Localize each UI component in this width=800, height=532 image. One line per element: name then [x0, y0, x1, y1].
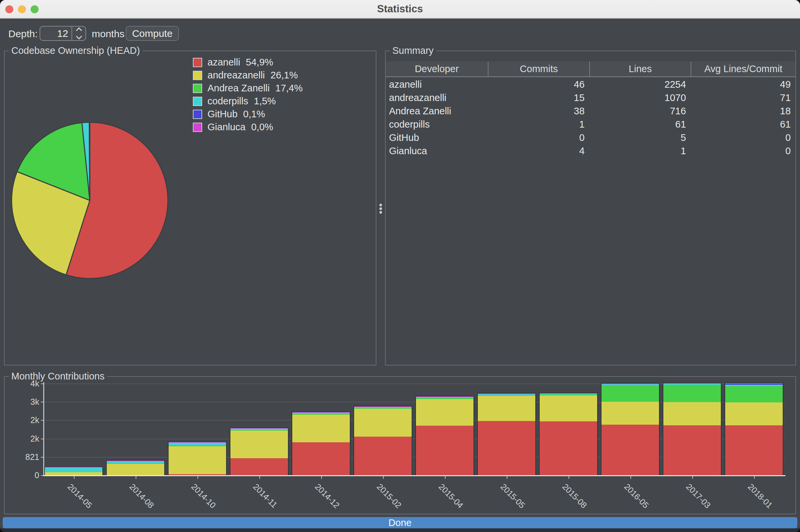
ownership-panel: Codebase Ownership (HEAD) azanelli54,9%a…: [4, 51, 376, 365]
legend-percent: 1,5%: [254, 96, 276, 107]
table-cell: GitHub: [386, 131, 488, 144]
bar-2014-05: [44, 466, 103, 475]
x-axis-tick: [136, 476, 136, 479]
bar-segment-andreazanelli: [292, 415, 350, 442]
legend-label: Gianluca: [207, 121, 245, 133]
x-axis-label: 2016-05: [622, 482, 650, 510]
legend-label: azanelli: [207, 57, 240, 68]
bar-segment-coderpills: [169, 443, 226, 445]
legend-label: Andrea Zanelli: [207, 83, 269, 94]
x-axis-label: 2014-11: [251, 482, 279, 510]
table-row[interactable]: coderpills16161: [386, 118, 795, 131]
depth-stepper[interactable]: [72, 26, 86, 40]
bar-segment-andreazanelli: [663, 402, 721, 425]
legend-percent: 54,9%: [246, 57, 273, 68]
depth-label: Depth:: [8, 28, 38, 40]
bar-2014-11: [230, 427, 289, 475]
x-axis-tick: [692, 476, 693, 479]
minimize-button[interactable]: [18, 5, 26, 13]
table-header-cell[interactable]: Lines: [589, 61, 691, 76]
titlebar: Statistics: [0, 0, 800, 19]
screen: Statistics Depth: 12 months Compute Code…: [0, 0, 800, 532]
ownership-legend: azanelli54,9%andreazanelli26,1%Andrea Za…: [193, 56, 302, 134]
x-axis-tick: [259, 476, 260, 479]
splitter-dot: [379, 211, 382, 214]
x-axis-tick: [445, 476, 446, 479]
legend-item: Andrea Zanelli17,4%: [193, 82, 302, 95]
legend-swatch: [193, 84, 202, 93]
bar-segment-andreazanelli: [107, 464, 164, 475]
legend-label: andreazanelli: [207, 70, 265, 81]
table-cell: 38: [488, 104, 589, 118]
table-row[interactable]: Gianluca410: [386, 144, 795, 157]
done-button[interactable]: Done: [3, 517, 797, 528]
table-cell: Gianluca: [386, 144, 488, 157]
table-cell: 0: [691, 131, 795, 144]
y-axis-label: 0: [9, 471, 39, 480]
legend-percent: 26,1%: [271, 70, 298, 81]
bar-segment-azanelli: [354, 437, 412, 475]
table-cell: 61: [589, 118, 691, 131]
bar-2014-08: [106, 460, 165, 475]
bar-segment-andreazanelli: [169, 446, 226, 474]
x-axis-label: 2014-08: [127, 482, 155, 510]
bar-2015-08: [539, 393, 598, 475]
splitter-dot: [379, 207, 382, 210]
table-header-cell[interactable]: Commits: [488, 61, 589, 76]
table-row[interactable]: andreazanelli15107071: [386, 91, 795, 104]
table-row[interactable]: GitHub050: [386, 131, 795, 144]
bar-segment-azanelli: [416, 426, 473, 475]
stepper-up-icon[interactable]: [76, 27, 82, 33]
bar-2015-05: [477, 393, 536, 475]
x-axis-line: [43, 475, 785, 476]
legend-item: andreazanelli26,1%: [193, 69, 302, 82]
splitter-handle[interactable]: [378, 202, 384, 216]
table-cell: 49: [691, 78, 795, 91]
table-header-cell[interactable]: Developer: [386, 61, 488, 76]
table-row[interactable]: Andrea Zanelli3871618: [386, 104, 795, 118]
table-header-row: DeveloperCommitsLinesAvg Lines/Commit: [386, 61, 795, 77]
table-cell: 46: [488, 78, 589, 91]
legend-item: GitHub0,1%: [193, 108, 302, 121]
bar-2016-05: [601, 383, 660, 475]
window-title: Statistics: [0, 0, 800, 18]
table-cell: 716: [589, 104, 691, 118]
x-axis-label: 2014-12: [313, 482, 341, 510]
y-axis-label: 2k: [9, 415, 39, 425]
x-axis-label: 2014-10: [189, 482, 218, 510]
bar-segment-andreazanelli: [45, 472, 103, 475]
table-cell: 2254: [589, 78, 691, 91]
bar-segment-azanelli: [230, 458, 288, 475]
bar-segment-andrea-zanelli: [663, 385, 721, 402]
x-axis-label: 2015-04: [436, 482, 465, 510]
depth-spinbox[interactable]: 12: [40, 26, 86, 41]
table-row[interactable]: azanelli46225449: [386, 78, 795, 91]
legend-percent: 0,1%: [243, 109, 265, 120]
stepper-down-icon[interactable]: [76, 33, 82, 39]
table-cell: 4: [488, 144, 589, 157]
x-axis-tick: [198, 476, 198, 479]
table-cell: coderpills: [386, 118, 488, 131]
legend-swatch: [193, 97, 202, 106]
bar-segment-azanelli: [478, 421, 535, 475]
bar-segment-andreazanelli: [478, 396, 535, 421]
bar-segment-azanelli: [663, 425, 721, 475]
summary-panel: Summary DeveloperCommitsLinesAvg Lines/C…: [385, 51, 796, 365]
x-axis-label: 2015-02: [375, 482, 403, 510]
close-button[interactable]: [5, 5, 13, 13]
y-axis-label: 3k: [9, 397, 39, 407]
depth-input[interactable]: 12: [40, 26, 72, 40]
table-cell: 1: [488, 118, 589, 131]
table-cell: 61: [691, 118, 795, 131]
x-axis-label: 2015-08: [560, 482, 589, 510]
pie-slice: [90, 122, 90, 201]
compute-button[interactable]: Compute: [126, 26, 179, 41]
legend-label: GitHub: [207, 109, 237, 120]
monthly-panel: Monthly Contributions 08212k2k3k4k2014-0…: [4, 376, 796, 514]
months-label: months: [92, 28, 124, 40]
y-axis-label: 821: [9, 452, 39, 462]
table-header-cell[interactable]: Avg Lines/Commit: [691, 61, 795, 76]
table-cell: 15: [488, 91, 589, 104]
zoom-button[interactable]: [31, 5, 39, 13]
x-axis-label: 2017-03: [684, 482, 712, 510]
